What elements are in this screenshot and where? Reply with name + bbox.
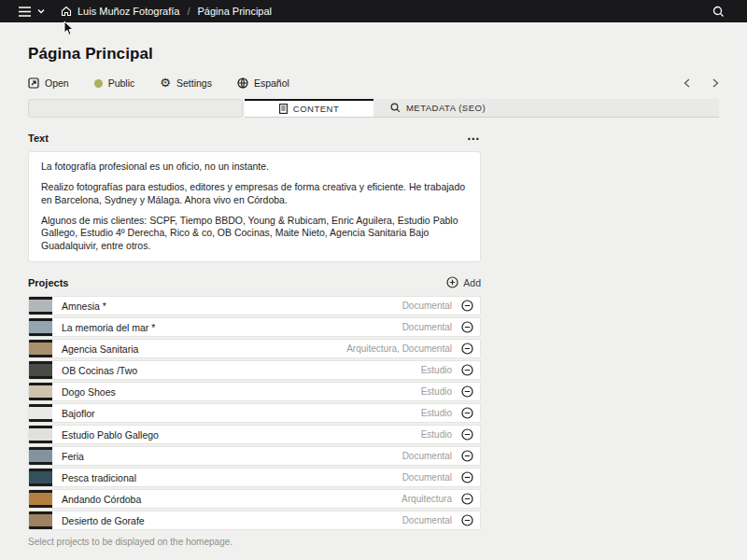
project-thumbnail <box>29 404 52 422</box>
project-title: Bajoflor <box>62 408 95 419</box>
project-thumbnail <box>29 383 52 400</box>
status-label: Public <box>108 77 135 89</box>
tab-header-row: CONTENT METADATA (SEO) <box>28 99 719 118</box>
project-row[interactable]: La memoria del mar * Documental <box>28 317 481 337</box>
remove-icon[interactable] <box>461 364 473 376</box>
project-category: Estudio <box>421 386 461 397</box>
breadcrumb: Luis Muñoz Fotografía / Página Principal <box>61 6 272 17</box>
settings-label: Settings <box>176 77 212 89</box>
dots-menu-icon[interactable]: ⋯ <box>467 134 481 142</box>
project-row[interactable]: Andando Córdoba Arquitectura <box>28 489 481 509</box>
remove-icon[interactable] <box>461 471 473 483</box>
breadcrumb-separator: / <box>185 6 191 17</box>
settings-button[interactable]: ⚙ Settings <box>160 77 212 89</box>
project-row[interactable]: Dogo Shoes Estudio <box>28 382 481 401</box>
hamburger-icon <box>19 7 31 17</box>
review-changes-bar[interactable] <box>28 99 243 118</box>
text-paragraph: Algunos de mis clientes: SCPF, Tiempo BB… <box>41 215 468 254</box>
document-icon <box>279 104 288 114</box>
open-button[interactable]: Open <box>28 77 69 89</box>
open-label: Open <box>45 77 69 89</box>
project-thumbnail <box>29 490 52 508</box>
language-selector[interactable]: Español <box>237 77 289 89</box>
project-row[interactable]: Feria Documental <box>28 446 481 466</box>
chevron-left-icon[interactable] <box>684 78 690 88</box>
project-category: Documental <box>402 301 461 311</box>
add-label: Add <box>463 277 481 288</box>
project-category: Arquitectura, Documental <box>346 343 461 354</box>
remove-icon[interactable] <box>461 343 473 355</box>
text-paragraph: La fotografía profesional es un oficio, … <box>41 161 468 174</box>
project-row[interactable]: Desierto de Gorafe Documental <box>28 511 481 530</box>
project-category: Arquitectura <box>402 494 461 504</box>
project-row[interactable]: Amnesia * Documental <box>28 296 481 315</box>
project-category: Documental <box>402 451 461 461</box>
remove-icon[interactable] <box>461 428 473 441</box>
project-thumbnail <box>29 318 52 336</box>
globe-icon <box>237 77 248 89</box>
tab-content[interactable]: CONTENT <box>245 99 374 117</box>
open-icon <box>28 77 39 89</box>
project-title: Feria <box>62 451 84 462</box>
document-pager <box>684 78 719 88</box>
remove-icon[interactable] <box>461 450 473 462</box>
project-thumbnail <box>29 447 52 465</box>
project-title: Andando Córdoba <box>62 494 141 505</box>
project-category: Estudio <box>421 365 461 375</box>
gear-icon: ⚙ <box>160 78 171 88</box>
project-title: Estudio Pablo Gallego <box>62 429 159 441</box>
chevron-right-icon[interactable] <box>712 78 719 88</box>
project-thumbnail <box>29 426 52 443</box>
breadcrumb-page[interactable]: Página Principal <box>198 6 273 17</box>
project-title: La memoria del mar * <box>62 322 155 333</box>
projects-field-label: Projects <box>28 277 68 288</box>
project-row[interactable]: Pesca tradicional Documental <box>28 468 481 487</box>
remove-icon[interactable] <box>461 321 473 333</box>
text-paragraph: Realizo fotografías para estudios, edito… <box>41 181 468 207</box>
search-button[interactable] <box>712 6 725 18</box>
project-category: Estudio <box>421 408 461 418</box>
remove-icon[interactable] <box>461 300 473 312</box>
project-title: Desierto de Gorafe <box>62 515 145 526</box>
project-category: Documental <box>402 472 461 483</box>
project-thumbnail <box>29 340 52 357</box>
add-project-button[interactable]: Add <box>446 276 481 290</box>
project-category: Estudio <box>421 429 461 440</box>
tab-metadata-seo[interactable]: METADATA (SEO) <box>374 99 502 117</box>
remove-icon[interactable] <box>461 514 473 526</box>
publish-status[interactable]: Public <box>94 77 135 89</box>
project-title: Amnesia * <box>62 301 106 312</box>
project-thumbnail <box>29 469 52 486</box>
document-actions: Open Public ⚙ Settings Español <box>28 76 719 91</box>
add-icon <box>446 276 458 290</box>
project-thumbnail <box>29 511 52 529</box>
project-row[interactable]: OB Cocinas /Two Estudio <box>28 360 481 380</box>
project-row[interactable]: Bajoflor Estudio <box>28 403 481 423</box>
project-row[interactable]: Agencia Sanitaria Arquitectura, Document… <box>28 339 481 358</box>
language-label: Español <box>254 77 289 89</box>
project-title: Pesca tradicional <box>62 472 136 483</box>
project-row[interactable]: Estudio Pablo Gallego Estudio <box>28 425 481 444</box>
page-title: Página Principal <box>28 45 719 63</box>
topbar: Luis Muñoz Fotografía / Página Principal <box>0 0 747 22</box>
document-pane: Página Principal Open Public ⚙ Settings … <box>0 45 747 547</box>
remove-icon[interactable] <box>461 385 473 398</box>
project-title: OB Cocinas /Two <box>62 365 137 376</box>
global-menu-button[interactable] <box>19 7 45 17</box>
project-thumbnail <box>29 297 52 315</box>
search-icon <box>712 6 725 18</box>
breadcrumb-site[interactable]: Luis Muñoz Fotografía <box>78 6 179 17</box>
project-category: Documental <box>402 322 461 332</box>
text-field-label: Text <box>28 133 49 144</box>
remove-icon[interactable] <box>461 407 473 419</box>
status-dot-icon <box>94 79 103 88</box>
text-editor[interactable]: La fotografía profesional es un oficio, … <box>28 151 481 262</box>
mouse-cursor-icon <box>63 21 75 40</box>
chevron-down-icon <box>37 8 45 14</box>
project-thumbnail <box>29 361 52 379</box>
project-category: Documental <box>402 515 461 525</box>
remove-icon[interactable] <box>461 493 473 505</box>
home-icon[interactable] <box>61 6 72 17</box>
text-field: Text ⋯ La fotografía profesional es un o… <box>28 132 481 262</box>
projects-field: Projects Add Amnesia * Documental <box>28 276 481 547</box>
